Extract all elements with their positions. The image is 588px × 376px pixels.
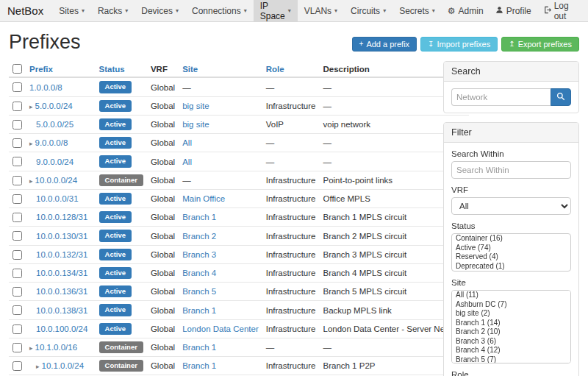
import-prefixes-button[interactable]: ↧ Import prefixes	[420, 37, 498, 52]
listbox-option[interactable]: Deprecated (1)	[452, 262, 570, 272]
row-checkbox[interactable]	[12, 82, 22, 92]
prefix-link[interactable]: 5.0.0.0/24	[35, 102, 73, 110]
profile-link[interactable]: Profile	[490, 0, 537, 21]
role-value: Infrastructure	[262, 283, 320, 301]
prefix-link[interactable]: 9.0.0.0/24	[36, 157, 74, 166]
add-prefix-button[interactable]: + Add a prefix	[352, 37, 417, 52]
site-listbox[interactable]: All (11)Ashburn DC (7)big site (2)Branch…	[451, 290, 571, 363]
row-checkbox[interactable]	[12, 157, 22, 166]
admin-link[interactable]: ⚙ Admin	[442, 0, 490, 21]
logout-link[interactable]: Log out	[537, 0, 581, 21]
listbox-option[interactable]: big site (2)	[452, 309, 570, 319]
prefix-link[interactable]: 10.0.0.138/31	[36, 306, 87, 315]
prefix-link[interactable]: 10.0.0.0/31	[36, 194, 79, 203]
prefix-link[interactable]: 10.1.0.0/16	[35, 343, 78, 352]
column-header-prefix[interactable]: Prefix	[26, 61, 96, 77]
column-header-status[interactable]: Status	[96, 61, 147, 77]
status-badge: Container	[99, 174, 143, 186]
row-checkbox[interactable]	[12, 287, 22, 297]
select-all-checkbox[interactable]	[12, 64, 22, 74]
prefix-link[interactable]: 10.0.0.132/31	[36, 250, 87, 259]
expand-arrow-icon: ▸	[36, 363, 40, 370]
site-link[interactable]: Branch 3	[182, 250, 216, 259]
prefix-link[interactable]: 10.0.0.130/31	[36, 232, 87, 241]
vrf-select[interactable]: All	[451, 197, 571, 215]
site-link[interactable]: Branch 1	[182, 306, 216, 315]
site-link[interactable]: All	[182, 138, 192, 147]
nav-item-racks[interactable]: Racks ▾	[91, 0, 135, 21]
row-checkbox[interactable]	[12, 305, 22, 315]
row-checkbox[interactable]	[12, 231, 22, 241]
row-checkbox[interactable]	[12, 138, 22, 148]
prefix-link[interactable]: 10.0.0.128/31	[36, 213, 87, 221]
nav-menu: Sites ▾ Racks ▾ Devices ▾ Connections ▾ …	[52, 0, 442, 21]
table-header-row: Prefix Status VRF Site Role Description	[9, 61, 469, 77]
prefix-link[interactable]: 10.0.0.136/31	[36, 287, 87, 296]
status-listbox[interactable]: Container (16)Active (74)Reserved (4)Dep…	[451, 233, 571, 272]
row-checkbox[interactable]	[12, 102, 22, 111]
prefix-link[interactable]: 1.0.0.0/8	[29, 83, 62, 92]
row-checkbox[interactable]	[12, 213, 22, 222]
site-link[interactable]: Branch 5	[182, 287, 216, 296]
search-button[interactable]	[551, 88, 571, 106]
site-link[interactable]: Branch 1	[182, 213, 216, 221]
nav-item-label: Sites	[59, 6, 79, 16]
listbox-option[interactable]: Branch 4 (12)	[452, 346, 570, 355]
prefix-link[interactable]: 10.0.100.0/24	[36, 324, 87, 333]
listbox-option[interactable]: Ashburn DC (7)	[452, 300, 570, 310]
row-checkbox[interactable]	[12, 361, 22, 371]
site-link[interactable]: Main Office	[182, 194, 225, 203]
row-checkbox[interactable]	[12, 343, 22, 352]
listbox-option[interactable]: Branch 5 (7)	[452, 355, 570, 364]
prefix-link[interactable]: 5.0.0.0/25	[36, 120, 74, 129]
nav-item-devices[interactable]: Devices ▾	[135, 0, 185, 21]
listbox-option[interactable]: All (11)	[452, 291, 570, 300]
site-link[interactable]: Branch 1	[182, 343, 216, 352]
column-header-role[interactable]: Role	[262, 61, 320, 77]
nav-item-vlans[interactable]: VLANs ▾	[298, 0, 344, 21]
indent-spacer	[29, 274, 36, 274]
brand-logo[interactable]: NetBox	[7, 0, 43, 21]
listbox-option[interactable]: Branch 3 (6)	[452, 337, 570, 347]
indent-spacer	[29, 329, 36, 330]
prefix-link[interactable]: 10.0.0.134/31	[36, 269, 87, 277]
search-within-input[interactable]	[451, 161, 571, 179]
prefix-link[interactable]: 10.0.0.0/24	[35, 176, 78, 185]
nav-item-sites[interactable]: Sites ▾	[52, 0, 91, 21]
prefix-link[interactable]: 10.1.0.0/24	[42, 361, 85, 370]
listbox-option[interactable]: Active (74)	[452, 244, 570, 253]
vrf-value: Global	[147, 283, 179, 301]
row-checkbox[interactable]	[12, 324, 22, 334]
table-row: 10.0.0.138/31 Active Global Branch 1 Inf…	[9, 301, 469, 319]
row-checkbox[interactable]	[12, 269, 22, 278]
site-link[interactable]: Branch 1	[182, 361, 216, 370]
row-checkbox[interactable]	[12, 250, 22, 260]
row-checkbox[interactable]	[12, 120, 22, 130]
vrf-label: VRF	[451, 185, 571, 194]
site-link[interactable]: big site	[182, 120, 209, 129]
row-checkbox[interactable]	[12, 176, 22, 185]
site-link[interactable]: Branch 2	[182, 232, 216, 241]
column-header-site[interactable]: Site	[179, 61, 262, 77]
site-link[interactable]: All	[182, 157, 192, 166]
listbox-option[interactable]: Branch 1 (14)	[452, 319, 570, 328]
export-prefixes-label: Export prefixes	[518, 40, 572, 49]
role-value: VoIP	[262, 115, 320, 133]
row-checkbox[interactable]	[12, 194, 22, 204]
listbox-option[interactable]: Branch 2 (10)	[452, 327, 570, 337]
listbox-option[interactable]: Container (16)	[452, 234, 570, 244]
site-link[interactable]: London Data Center	[182, 324, 259, 333]
site-link[interactable]: Branch 4	[182, 269, 216, 277]
nav-item-circuits[interactable]: Circuits ▾	[344, 0, 392, 21]
site-link[interactable]: big site	[182, 102, 209, 110]
nav-item-label: Devices	[141, 6, 173, 16]
export-prefixes-button[interactable]: ↥ Export prefixes	[501, 37, 579, 52]
search-input[interactable]	[451, 88, 551, 106]
prefix-link[interactable]: 9.0.0.0/8	[35, 138, 68, 147]
nav-item-secrets[interactable]: Secrets ▾	[392, 0, 442, 21]
status-badge: Active	[99, 267, 132, 279]
listbox-option[interactable]: Reserved (4)	[452, 252, 570, 262]
nav-item-connections[interactable]: Connections ▾	[185, 0, 254, 21]
sidebar: Search Filter Search Within	[443, 61, 579, 376]
nav-item-ip-space[interactable]: IP Space ▾	[254, 0, 298, 21]
